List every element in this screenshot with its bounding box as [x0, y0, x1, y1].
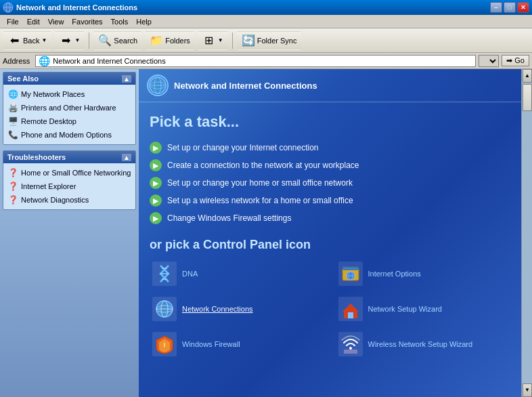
- see-also-collapse[interactable]: ▲: [122, 75, 131, 83]
- task-label: Set up or change your home or small offi…: [167, 178, 353, 188]
- scroll-down-button[interactable]: ▼: [523, 383, 532, 397]
- sidebar: See Also ▲ 🌐 My Network Places 🖨️ Printe…: [0, 69, 139, 397]
- icon-internet-options[interactable]: Internet Options: [336, 259, 511, 289]
- menu-view[interactable]: View: [44, 16, 68, 27]
- internet-options-icon: [338, 262, 363, 286]
- sidebar-item-ie[interactable]: ❓ Internet Explorer: [3, 180, 135, 193]
- back-button[interactable]: ⬅ Back ▼: [3, 31, 51, 50]
- title-bar: Network and Internet Connections – □ ✕: [0, 0, 532, 15]
- address-dropdown[interactable]: [479, 55, 499, 67]
- network-connections-label: Network Connections: [182, 305, 253, 313]
- address-input-container[interactable]: 🌐 Network and Internet Connections: [35, 55, 476, 67]
- icon-windows-firewall[interactable]: Windows Firewall: [150, 329, 325, 359]
- sidebar-item-label: Printers and Other Hardware: [21, 104, 116, 112]
- toolbar: ⬅ Back ▼ ➡ ▼ 🔍 Search 📁 Folders ⊞ ▼ 🔄 Fo…: [0, 28, 532, 53]
- icon-wireless-network-setup[interactable]: Wireless Network Setup Wizard: [336, 329, 511, 359]
- content-area: Network and Internet Connections Pick a …: [139, 69, 521, 397]
- close-button[interactable]: ✕: [517, 2, 529, 13]
- svg-point-23: [349, 347, 352, 350]
- internet-options-label: Internet Options: [368, 270, 421, 278]
- task-label: Create a connection to the network at yo…: [167, 161, 359, 170]
- address-bar: Address 🌐 Network and Internet Connectio…: [0, 53, 532, 69]
- content-body: Pick a task... ▶ Set up or change your I…: [139, 102, 521, 364]
- phone-modem-icon: 📞: [7, 129, 18, 140]
- go-label: Go: [514, 56, 525, 64]
- folders-button[interactable]: 📁 Folders: [145, 31, 195, 50]
- task-label: Change Windows Firewall settings: [167, 213, 291, 223]
- windows-firewall-icon: [152, 332, 177, 356]
- see-also-section: See Also ▲ 🌐 My Network Places 🖨️ Printe…: [3, 72, 136, 145]
- task-home-office-network[interactable]: ▶ Set up or change your home or small of…: [150, 174, 510, 192]
- content-header: Network and Internet Connections: [139, 69, 521, 102]
- folder-sync-button[interactable]: 🔄 Folder Sync: [237, 31, 302, 50]
- address-bar-icon: 🌐: [39, 56, 50, 66]
- see-also-title: See Also: [7, 75, 39, 83]
- dna-icon: [152, 262, 177, 286]
- scroll-up-button[interactable]: ▲: [523, 69, 532, 83]
- scrollbar[interactable]: ▲ ▼: [521, 69, 532, 397]
- icon-network-setup-wizard[interactable]: Network Setup Wizard: [336, 294, 511, 324]
- sidebar-item-printers[interactable]: 🖨️ Printers and Other Hardware: [3, 101, 135, 114]
- task-list: ▶ Set up or change your Internet connect…: [150, 139, 510, 227]
- svg-rect-11: [342, 267, 359, 270]
- sidebar-item-label: Phone and Modem Options: [21, 131, 112, 139]
- troubleshooters-section: Troubleshooters ▲ ❓ Home or Small Office…: [3, 150, 136, 210]
- toolbar-separator-2: [232, 33, 233, 49]
- task-label: Set up a wireless network for a home or …: [167, 196, 353, 205]
- sidebar-item-my-network-places[interactable]: 🌐 My Network Places: [3, 87, 135, 101]
- menu-help[interactable]: Help: [132, 16, 156, 27]
- back-dropdown-icon: ▼: [41, 37, 47, 43]
- sidebar-item-label: My Network Places: [21, 90, 85, 98]
- app-icon: [3, 2, 14, 13]
- remote-desktop-icon: 🖥️: [7, 116, 18, 127]
- printers-icon: 🖨️: [7, 102, 18, 113]
- dna-label: DNA: [182, 270, 198, 278]
- sidebar-item-phone-modem[interactable]: 📞 Phone and Modem Options: [3, 128, 135, 142]
- task-label: Set up or change your Internet connectio…: [167, 143, 318, 152]
- search-label: Search: [114, 37, 137, 45]
- folders-icon: 📁: [150, 34, 163, 47]
- network-setup-wizard-label: Network Setup Wizard: [368, 305, 442, 313]
- icon-network-connections[interactable]: Network Connections: [150, 294, 325, 324]
- see-also-header[interactable]: See Also ▲: [3, 72, 135, 85]
- task-arrow-icon: ▶: [150, 177, 162, 189]
- go-button[interactable]: ➡ Go: [502, 55, 529, 66]
- view-dropdown-icon: ▼: [218, 37, 223, 43]
- task-windows-firewall[interactable]: ▶ Change Windows Firewall settings: [150, 209, 510, 227]
- search-button[interactable]: 🔍 Search: [93, 31, 142, 50]
- task-arrow-icon: ▶: [150, 159, 162, 171]
- sidebar-item-home-office[interactable]: ❓ Home or Small Office Networking: [3, 166, 135, 180]
- menu-file[interactable]: File: [3, 16, 23, 27]
- wireless-network-setup-label: Wireless Network Setup Wizard: [368, 340, 473, 348]
- view-button[interactable]: ⊞ ▼: [198, 31, 228, 50]
- scroll-down-icon: ▼: [523, 384, 531, 396]
- forward-button[interactable]: ➡ ▼: [54, 31, 85, 50]
- view-icon: ⊞: [202, 34, 216, 47]
- troubleshooters-items: ❓ Home or Small Office Networking ❓ Inte…: [3, 163, 135, 209]
- network-places-icon: 🌐: [7, 89, 18, 100]
- task-wireless-network[interactable]: ▶ Set up a wireless network for a home o…: [150, 192, 510, 209]
- task-workplace-connection[interactable]: ▶ Create a connection to the network at …: [150, 156, 510, 174]
- icon-dna[interactable]: DNA: [150, 259, 325, 289]
- maximize-button[interactable]: □: [504, 2, 516, 13]
- scroll-thumb[interactable]: [523, 84, 532, 111]
- task-internet-connection[interactable]: ▶ Set up or change your Internet connect…: [150, 139, 510, 156]
- or-pick-heading: or pick a Control Panel icon: [150, 238, 510, 252]
- windows-firewall-label: Windows Firewall: [182, 340, 240, 348]
- minimize-button[interactable]: –: [490, 2, 502, 13]
- menu-favorites[interactable]: Favorites: [68, 16, 106, 27]
- content-header-title: Network and Internet Connections: [174, 81, 317, 91]
- task-arrow-icon: ▶: [150, 194, 162, 207]
- sidebar-item-label: Network Diagnostics: [21, 196, 89, 204]
- troubleshooters-collapse[interactable]: ▲: [122, 154, 131, 161]
- address-label: Address: [3, 57, 32, 65]
- troubleshooters-header[interactable]: Troubleshooters ▲: [3, 151, 135, 163]
- menu-tools[interactable]: Tools: [107, 16, 133, 27]
- folder-sync-icon: 🔄: [242, 34, 255, 47]
- window-controls: – □ ✕: [490, 2, 529, 13]
- menu-edit[interactable]: Edit: [23, 16, 44, 27]
- sidebar-item-remote-desktop[interactable]: 🖥️ Remote Desktop: [3, 114, 135, 128]
- ie-icon: ❓: [7, 181, 18, 192]
- sidebar-item-network-diag[interactable]: ❓ Network Diagnostics: [3, 193, 135, 207]
- network-diag-icon: ❓: [7, 194, 18, 205]
